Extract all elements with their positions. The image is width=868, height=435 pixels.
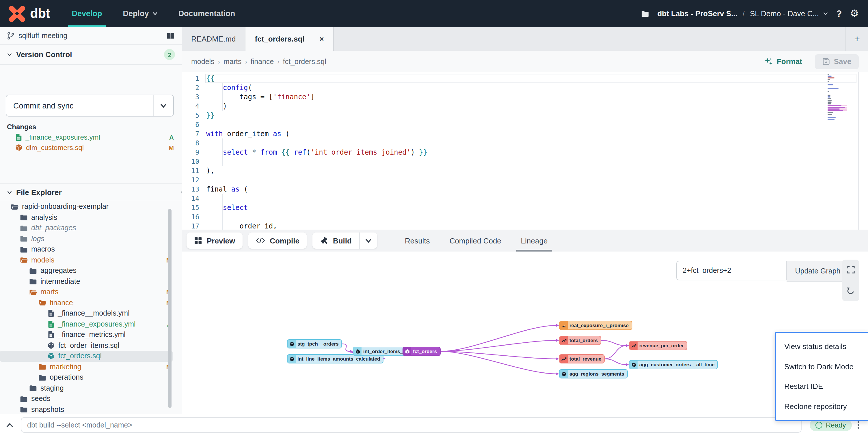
tree-item-operations[interactable]: operations	[0, 372, 182, 383]
tree-item-label: _finance_metrics.yml	[58, 331, 126, 339]
lineage-node-label: revenue_per_order	[638, 343, 687, 348]
lineage-node-stg_tpch__orders[interactable]: stg_tpch__orders	[287, 339, 342, 348]
top-nav: dbt DevelopDeployDocumentation dbt Labs …	[0, 0, 868, 27]
tree-item-models[interactable]: modelsM	[0, 255, 182, 265]
folder-icon	[20, 214, 28, 221]
lineage-node-total_revenue[interactable]: total_revenue	[559, 354, 605, 364]
line-number: 9	[182, 148, 199, 156]
lineage-node-fct_orders[interactable]: fct_orders	[403, 347, 440, 356]
tree-item-marts[interactable]: martsM	[0, 287, 182, 297]
hammer-icon	[320, 237, 328, 245]
panel-tab-lineage[interactable]: Lineage	[521, 230, 548, 252]
tree-item-label: analysis	[31, 213, 57, 222]
format-button[interactable]: Format	[764, 57, 802, 66]
editor-tab-README.md[interactable]: README.md	[182, 27, 246, 51]
menu-item-switch-to-dark-mode[interactable]: Switch to Dark Mode	[776, 361, 868, 372]
new-tab-button[interactable]: +	[845, 27, 868, 51]
lineage-node-total_orders[interactable]: total_orders	[559, 336, 601, 345]
changed-file-row[interactable]: dim_customers.sqlM	[0, 142, 182, 153]
editor-scrollbar[interactable]	[858, 72, 859, 230]
version-control-header[interactable]: Version Control 2	[0, 45, 182, 65]
commit-options-chevron[interactable]	[153, 95, 173, 116]
tab-label: README.md	[191, 35, 236, 43]
tree-item-macros[interactable]: macros	[0, 244, 182, 255]
folder-icon	[29, 278, 37, 285]
reset-view-icon[interactable]	[847, 287, 855, 295]
breadcrumb-item[interactable]: fct_orders.sql	[283, 57, 326, 65]
tree-item-_finance_exposures.yml[interactable]: _finance_exposures.ymlA	[0, 319, 182, 329]
editor-tab-fct_orders.sql[interactable]: fct_orders.sql×	[246, 27, 334, 51]
sidebar-scrollbar[interactable]	[168, 209, 172, 408]
preview-button[interactable]: Preview	[187, 233, 243, 249]
save-button[interactable]: Save	[815, 54, 859, 69]
tree-item-intermediate[interactable]: intermediate	[0, 276, 182, 287]
lineage-node-label: int_line_items_amounts_calculated	[296, 356, 383, 362]
folder-icon	[20, 235, 28, 243]
breadcrumb-item[interactable]: models	[191, 57, 215, 65]
lineage-panel[interactable]: stg_tpch__ordersint_line_items_amounts_c…	[182, 252, 868, 414]
tree-item-dbt_packages[interactable]: dbt_packages	[0, 223, 182, 233]
tree-item-aggregates[interactable]: aggregates	[0, 265, 182, 276]
lineage-node-agg_regions_segments[interactable]: agg_regions_segments	[559, 369, 628, 378]
panel-tab-results[interactable]: Results	[405, 230, 430, 252]
lineage-selector-input[interactable]	[676, 261, 786, 280]
breadcrumb-item[interactable]: marts	[223, 57, 242, 65]
nav-item-deploy[interactable]: Deploy	[123, 0, 158, 27]
tree-item-label: _finance__models.yml	[58, 309, 130, 317]
breadcrumb-item[interactable]: finance	[251, 57, 274, 65]
metric-icon	[629, 341, 638, 349]
dbt-logo[interactable]: dbt	[8, 5, 50, 22]
dbt-command-input[interactable]	[21, 417, 802, 433]
chevron-down-icon	[152, 11, 158, 16]
file-explorer-header[interactable]: File Explorer	[0, 183, 183, 201]
nav-item-label: Develop	[72, 9, 102, 18]
kebab-menu-icon[interactable]	[857, 421, 859, 429]
tree-item-logs[interactable]: logs	[0, 233, 182, 244]
tree-item-snapshots[interactable]: snapshots	[0, 404, 182, 414]
tree-item-seeds[interactable]: seeds	[0, 394, 182, 404]
nav-item-develop[interactable]: Develop	[72, 0, 102, 27]
nav-item-documentation[interactable]: Documentation	[179, 0, 235, 27]
changed-file-row[interactable]: _finance_exposures.ymlA	[0, 132, 182, 142]
folder-icon	[38, 374, 46, 381]
account-project-switcher[interactable]: dbt Labs - ProServ S... / SL Demo - Dave…	[657, 9, 828, 18]
help-icon[interactable]: ?	[836, 8, 842, 19]
code-line: 8	[182, 138, 868, 148]
compile-button[interactable]: Compile	[248, 233, 307, 249]
minimap[interactable]	[828, 74, 847, 121]
tree-item-finance[interactable]: financeM	[0, 297, 182, 308]
tree-item-_finance__models.yml[interactable]: _finance__models.yml	[0, 308, 182, 319]
tree-item-analysis[interactable]: analysis	[0, 212, 182, 223]
close-icon[interactable]: ×	[320, 35, 324, 43]
gear-icon[interactable]: ⚙	[850, 9, 859, 19]
build-options-chevron[interactable]	[359, 233, 377, 249]
lineage-node-agg_customer_orders__all_time[interactable]: agg_customer_orders__all_time	[629, 360, 718, 369]
tree-item-staging[interactable]: staging	[0, 383, 182, 394]
docs-book-icon[interactable]	[166, 32, 175, 39]
lineage-node-real_exposure_i_promise[interactable]: real_exposure_i_promise	[559, 321, 632, 330]
panel-tab-compiled-code[interactable]: Compiled Code	[450, 230, 501, 252]
lineage-node-revenue_per_order[interactable]: revenue_per_order	[629, 341, 687, 350]
model-cube-icon	[288, 340, 296, 348]
menu-item-restart-ide[interactable]: Restart IDE	[776, 381, 868, 392]
menu-item-view-status-details[interactable]: View status details	[776, 341, 868, 352]
line-number: 7	[182, 130, 199, 138]
chevron-down-icon	[7, 190, 12, 195]
tree-item-rapid-onboarding-exemplar[interactable]: rapid-onboarding-exemplar	[0, 201, 182, 212]
dbt-logo-text: dbt	[30, 6, 50, 21]
update-graph-button[interactable]: Update Graph	[786, 261, 849, 281]
code-editor[interactable]: 1{{2 config(3 tags = ['finance']4 )5}}67…	[182, 72, 868, 230]
chevron-up-icon[interactable]	[6, 422, 14, 428]
save-label: Save	[834, 57, 851, 66]
branch-row[interactable]: sqlfluff-meeting	[0, 27, 182, 45]
tree-item-marketing[interactable]: marketingM	[0, 362, 182, 372]
tree-item-_finance_metrics.yml[interactable]: _finance_metrics.yml	[0, 329, 182, 340]
commit-and-sync-button[interactable]: Commit and sync	[6, 95, 174, 116]
fullscreen-icon[interactable]	[847, 266, 855, 274]
line-number: 6	[182, 121, 199, 129]
menu-item-reclone-repository[interactable]: Reclone repository	[776, 401, 868, 412]
tree-item-label: rapid-onboarding-exemplar	[22, 203, 108, 211]
build-button[interactable]: Build	[313, 233, 359, 249]
tree-item-fct_orders.sql[interactable]: fct_orders.sql	[0, 351, 173, 362]
tree-item-fct_order_items.sql[interactable]: fct_order_items.sql	[0, 340, 182, 351]
